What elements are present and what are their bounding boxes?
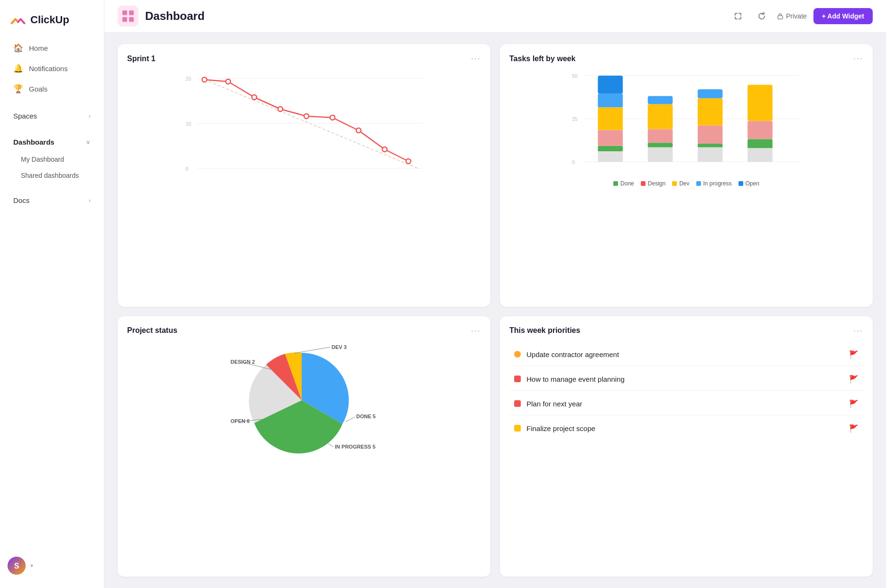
tasks-widget: Tasks left by week ··· 50 25 0 (500, 44, 873, 307)
svg-text:20: 20 (185, 76, 191, 82)
spaces-label: Spaces (13, 112, 37, 120)
shared-dashboards-label: Shared dashboards (21, 172, 79, 179)
priority-flag-2: 🚩 (849, 375, 858, 384)
svg-rect-41 (698, 98, 723, 125)
svg-rect-3 (129, 10, 134, 15)
tasks-widget-header: Tasks left by week ··· (509, 54, 863, 64)
svg-rect-37 (648, 129, 673, 143)
svg-rect-29 (598, 76, 623, 94)
svg-rect-32 (598, 130, 623, 146)
sidebar-item-shared-dashboards[interactable]: Shared dashboards (4, 168, 100, 183)
project-status-title: Project status (127, 326, 177, 335)
svg-rect-35 (648, 96, 673, 104)
priorities-widget-header: This week priorities ··· (509, 326, 863, 336)
svg-text:25: 25 (572, 116, 578, 122)
priorities-widget-menu-button[interactable]: ··· (853, 326, 863, 336)
sprint-chart-svg: 20 10 0 (127, 71, 481, 175)
sidebar-item-goals-label: Goals (29, 85, 47, 93)
sidebar-item-home[interactable]: 🏠 Home (4, 38, 100, 58)
private-badge[interactable]: Private (777, 12, 807, 20)
sidebar-item-notifications-label: Notifications (29, 64, 68, 73)
svg-text:50: 50 (572, 73, 578, 79)
legend-dev: Dev (672, 180, 689, 187)
svg-point-14 (202, 77, 207, 82)
priority-flag-3: 🚩 (849, 399, 858, 408)
svg-rect-4 (122, 17, 127, 22)
priority-item-1[interactable]: Update contractor agreement 🚩 (509, 343, 863, 366)
priority-list: Update contractor agreement 🚩 How to man… (509, 343, 863, 440)
sidebar-item-notifications[interactable]: 🔔 Notifications (4, 59, 100, 78)
legend-design: Design (641, 180, 665, 187)
sprint-widget-title: Sprint 1 (127, 55, 156, 63)
svg-text:DONE 5: DONE 5 (356, 413, 376, 419)
priority-dot-3 (514, 400, 521, 407)
priority-dot-4 (514, 425, 521, 432)
avatar[interactable]: S (8, 557, 26, 575)
svg-point-22 (406, 159, 411, 164)
priority-item-4[interactable]: Finalize project scope 🚩 (509, 417, 863, 440)
refresh-button[interactable] (753, 8, 770, 25)
svg-rect-2 (122, 10, 127, 15)
priority-item-3[interactable]: Plan for next year 🚩 (509, 393, 863, 415)
svg-point-16 (252, 95, 257, 100)
priority-dot-2 (514, 376, 521, 382)
svg-text:0: 0 (572, 159, 575, 165)
legend-inprogress: In progress (696, 180, 732, 187)
svg-rect-43 (698, 144, 723, 147)
home-icon: 🏠 (13, 43, 23, 53)
svg-rect-31 (598, 108, 623, 130)
priority-text-1: Update contractor agreement (526, 350, 843, 358)
my-dashboard-label: My Dashboard (21, 156, 64, 163)
priorities-widget-title: This week priorities (509, 326, 580, 335)
sidebar-item-spaces[interactable]: Spaces › (4, 107, 100, 125)
sidebar-item-dashboards[interactable]: Dashboards ∨ (4, 133, 100, 151)
svg-point-20 (356, 128, 361, 133)
project-status-menu-button[interactable]: ··· (471, 326, 481, 336)
dashboard-grid: Sprint 1 ··· 20 10 0 (104, 33, 886, 588)
legend-design-label: Design (648, 180, 665, 187)
svg-rect-40 (698, 89, 723, 98)
sprint-widget-menu-button[interactable]: ··· (471, 54, 481, 64)
tasks-widget-title: Tasks left by week (509, 55, 575, 63)
priority-text-3: Plan for next year (526, 400, 843, 408)
legend-done-label: Done (620, 180, 634, 187)
header: Dashboard Private + A (104, 0, 886, 33)
design-color (641, 181, 646, 186)
pie-chart: DEV 3 DONE 5 IN PROGRESS 5 OPEN 6 DESIGN… (127, 343, 481, 457)
sidebar-item-docs[interactable]: Docs › (4, 192, 100, 209)
svg-rect-38 (648, 143, 673, 147)
svg-rect-33 (598, 146, 623, 151)
sidebar-item-goals[interactable]: 🏆 Goals (4, 79, 100, 99)
bar-chart-legend: Done Design Dev In progress Open (509, 180, 863, 187)
lock-icon (777, 13, 784, 19)
svg-text:OPEN 6: OPEN 6 (231, 418, 249, 424)
svg-rect-39 (648, 147, 673, 162)
inprogress-color (696, 181, 701, 186)
project-status-widget: Project status ··· (118, 316, 490, 577)
priority-text-2: How to manage event planning (526, 375, 843, 383)
svg-rect-47 (748, 139, 773, 148)
priority-text-4: Finalize project scope (526, 424, 843, 432)
done-color (613, 181, 618, 186)
sidebar-item-my-dashboard[interactable]: My Dashboard (4, 152, 100, 167)
expand-button[interactable] (729, 8, 747, 25)
sidebar: ClickUp 🏠 Home 🔔 Notifications 🏆 Goals S… (0, 0, 104, 588)
priority-item-2[interactable]: How to manage event planning 🚩 (509, 368, 863, 391)
legend-open: Open (738, 180, 759, 187)
avatar-chevron-icon[interactable]: ▾ (30, 562, 33, 569)
add-widget-button[interactable]: + Add Widget (813, 8, 873, 24)
sprint-widget-header: Sprint 1 ··· (127, 54, 481, 64)
svg-line-51 (346, 417, 355, 422)
dashboard-icon (121, 9, 135, 23)
svg-point-17 (278, 107, 283, 111)
open-color (738, 181, 743, 186)
svg-rect-42 (698, 126, 723, 144)
tasks-widget-menu-button[interactable]: ··· (853, 54, 863, 64)
sidebar-bottom: S ▾ (0, 551, 104, 580)
priority-flag-4: 🚩 (849, 424, 858, 433)
svg-rect-34 (598, 151, 623, 162)
pie-chart-svg: DEV 3 DONE 5 IN PROGRESS 5 OPEN 6 DESIGN… (228, 343, 380, 457)
svg-point-19 (330, 115, 335, 120)
page-title: Dashboard (145, 9, 723, 23)
sprint-widget: Sprint 1 ··· 20 10 0 (118, 44, 490, 307)
